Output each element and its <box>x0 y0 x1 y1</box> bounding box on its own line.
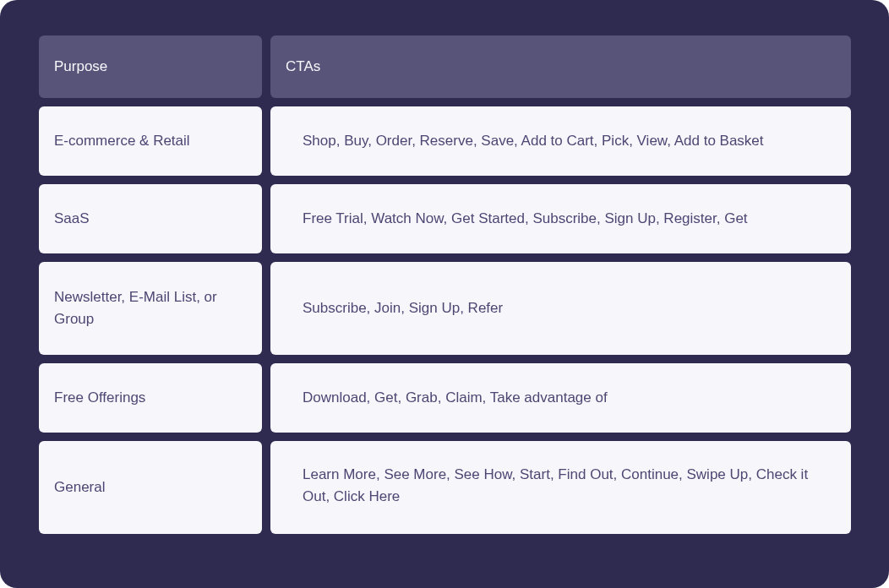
table-row-purpose: Free Offerings <box>39 363 262 433</box>
table-row-purpose: General <box>39 441 262 534</box>
table-row-purpose: E-commerce & Retail <box>39 106 262 176</box>
purpose-label: Newsletter, E-Mail List, or Group <box>54 286 247 331</box>
header-ctas: CTAs <box>270 35 851 98</box>
purpose-label: SaaS <box>54 208 90 230</box>
table-row-purpose: Newsletter, E-Mail List, or Group <box>39 262 262 355</box>
table-row-ctas: Subscribe, Join, Sign Up, Refer <box>270 262 851 355</box>
table-row-ctas: Learn More, See More, See How, Start, Fi… <box>270 441 851 534</box>
ctas-label: Free Trial, Watch Now, Get Started, Subs… <box>303 208 748 230</box>
table-row-purpose: SaaS <box>39 184 262 253</box>
purpose-label: Free Offerings <box>54 387 145 409</box>
table-container: Purpose CTAs E-commerce & Retail Shop, B… <box>0 0 889 588</box>
ctas-label: Subscribe, Join, Sign Up, Refer <box>303 297 503 319</box>
ctas-label: Download, Get, Grab, Claim, Take advanta… <box>303 387 608 409</box>
table-row-ctas: Shop, Buy, Order, Reserve, Save, Add to … <box>270 106 851 176</box>
header-purpose: Purpose <box>39 35 262 98</box>
purpose-label: General <box>54 476 105 498</box>
cta-table: Purpose CTAs E-commerce & Retail Shop, B… <box>39 35 851 534</box>
header-purpose-label: Purpose <box>54 58 107 75</box>
ctas-label: Learn More, See More, See How, Start, Fi… <box>303 464 819 509</box>
table-row-ctas: Download, Get, Grab, Claim, Take advanta… <box>270 363 851 433</box>
header-ctas-label: CTAs <box>286 58 320 75</box>
ctas-label: Shop, Buy, Order, Reserve, Save, Add to … <box>303 130 764 152</box>
purpose-label: E-commerce & Retail <box>54 130 190 152</box>
table-row-ctas: Free Trial, Watch Now, Get Started, Subs… <box>270 184 851 253</box>
